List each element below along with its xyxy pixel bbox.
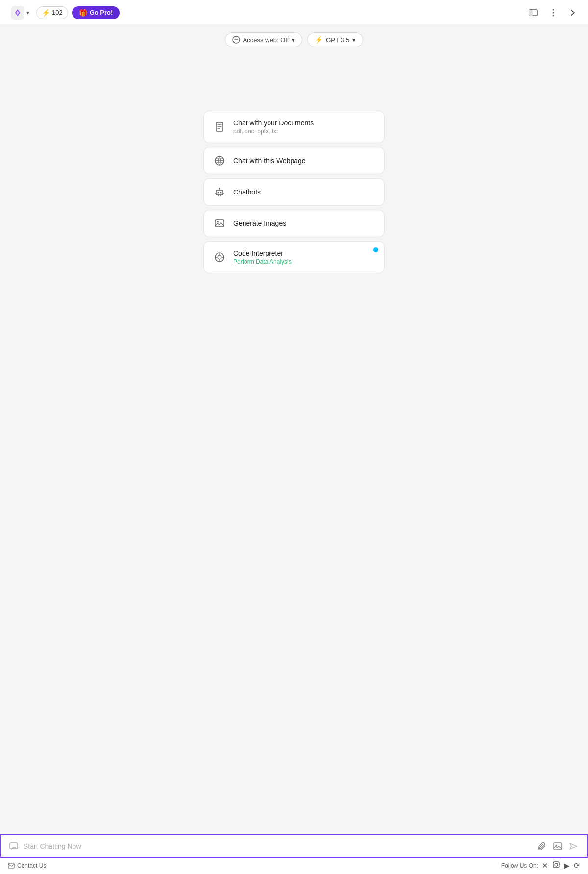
social-icon-3[interactable]: ▶ bbox=[564, 861, 570, 870]
card-title-chat-webpage: Chat with this Webpage bbox=[233, 157, 306, 165]
svg-point-23 bbox=[558, 863, 559, 864]
send-button[interactable] bbox=[567, 840, 579, 852]
chevron-right-icon bbox=[568, 8, 577, 17]
card-title-generate-images: Generate Images bbox=[233, 219, 286, 227]
card-chat-webpage[interactable]: Chat with this Webpage bbox=[203, 147, 385, 174]
footer-social: Follow Us On: ✕ ▶ ⟳ bbox=[501, 861, 580, 870]
card-chatbots[interactable]: Chatbots bbox=[203, 178, 385, 206]
card-chat-documents[interactable]: Chat with your Documents pdf, doc, pptx,… bbox=[203, 111, 385, 143]
contact-us-label: Contact Us bbox=[17, 862, 46, 869]
card-text-chatbots: Chatbots bbox=[233, 188, 261, 196]
image-button[interactable] bbox=[552, 840, 564, 852]
svg-rect-13 bbox=[215, 220, 224, 227]
contact-us-link[interactable]: Contact Us bbox=[8, 862, 46, 869]
bottom-area: Contact Us Follow Us On: ✕ ▶ ⟳ bbox=[0, 834, 588, 874]
svg-point-19 bbox=[556, 845, 557, 846]
top-nav-right bbox=[525, 5, 580, 21]
next-button[interactable] bbox=[565, 5, 580, 20]
card-code-interpreter[interactable]: Code Interpreter Perform Data Analysis bbox=[203, 241, 385, 273]
svg-point-14 bbox=[217, 221, 219, 223]
social-icon-4[interactable]: ⟳ bbox=[574, 861, 580, 870]
card-title-chat-documents: Chat with your Documents bbox=[233, 119, 314, 127]
svg-point-4 bbox=[553, 12, 554, 13]
access-web-chevron: ▾ bbox=[292, 36, 295, 44]
svg-point-12 bbox=[219, 188, 220, 189]
attach-button[interactable] bbox=[536, 840, 548, 852]
gpt-bolt-icon: ⚡ bbox=[315, 36, 323, 44]
social-icon-2[interactable] bbox=[552, 861, 560, 870]
card-text-chat-documents: Chat with your Documents pdf, doc, pptx,… bbox=[233, 119, 314, 135]
credits-button[interactable]: ⚡ 102 bbox=[36, 6, 68, 19]
pro-label: Go Pro! bbox=[90, 9, 113, 16]
document-icon bbox=[213, 121, 226, 132]
image-icon bbox=[553, 841, 563, 851]
go-pro-button[interactable]: 🎁 Go Pro! bbox=[72, 6, 120, 19]
logo-button[interactable]: ▾ bbox=[8, 4, 32, 22]
card-text-generate-images: Generate Images bbox=[233, 219, 286, 227]
more-icon bbox=[549, 8, 558, 17]
send-icon bbox=[568, 841, 578, 851]
cards-container: Chat with your Documents pdf, doc, pptx,… bbox=[203, 111, 385, 273]
top-nav-left: ▾ ⚡ 102 🎁 Go Pro! bbox=[8, 4, 120, 22]
main-content: Chat with your Documents pdf, doc, pptx,… bbox=[0, 52, 588, 874]
code-icon bbox=[213, 252, 226, 263]
expand-button[interactable] bbox=[525, 5, 541, 21]
credits-count: 102 bbox=[52, 9, 63, 16]
gift-icon: 🎁 bbox=[79, 9, 87, 17]
card-text-chat-webpage: Chat with this Webpage bbox=[233, 157, 306, 165]
svg-rect-18 bbox=[554, 843, 562, 850]
expand-icon bbox=[528, 8, 538, 18]
chat-icon bbox=[9, 841, 19, 851]
card-subtitle-chat-documents: pdf, doc, pptx, txt bbox=[233, 128, 314, 135]
chat-input[interactable] bbox=[24, 842, 531, 850]
svg-point-10 bbox=[218, 192, 219, 194]
card-generate-images[interactable]: Generate Images bbox=[203, 210, 385, 237]
access-web-button[interactable]: Access web: Off ▾ bbox=[225, 32, 303, 47]
chat-input-row bbox=[0, 834, 588, 858]
image-icon bbox=[213, 218, 226, 229]
twitter-icon[interactable]: ✕ bbox=[542, 861, 548, 870]
svg-rect-2 bbox=[529, 10, 533, 16]
card-text-code-interpreter: Code Interpreter Perform Data Analysis bbox=[233, 249, 292, 265]
globe-icon bbox=[213, 155, 226, 166]
top-nav: ▾ ⚡ 102 🎁 Go Pro! bbox=[0, 0, 588, 25]
follow-us-label: Follow Us On: bbox=[501, 862, 538, 869]
more-options-button[interactable] bbox=[546, 5, 561, 20]
card-subtitle-code-interpreter: Perform Data Analysis bbox=[233, 258, 292, 265]
toolbar: Access web: Off ▾ ⚡ GPT 3.5 ▾ bbox=[0, 25, 588, 52]
robot-icon bbox=[213, 187, 226, 197]
logo-icon bbox=[11, 6, 24, 20]
svg-point-3 bbox=[553, 9, 554, 10]
svg-point-22 bbox=[555, 863, 558, 866]
gpt-model-label: GPT 3.5 bbox=[326, 36, 349, 44]
gpt-chevron: ▾ bbox=[352, 36, 356, 44]
svg-rect-9 bbox=[216, 190, 223, 195]
card-title-code-interpreter: Code Interpreter bbox=[233, 249, 292, 257]
minus-circle-icon bbox=[232, 36, 240, 44]
attach-icon bbox=[537, 841, 547, 851]
access-web-label: Access web: Off bbox=[243, 36, 289, 44]
footer-row: Contact Us Follow Us On: ✕ ▶ ⟳ bbox=[0, 858, 588, 874]
bolt-icon: ⚡ bbox=[42, 9, 50, 17]
mail-icon bbox=[8, 862, 15, 869]
input-actions bbox=[536, 840, 579, 852]
gpt-model-button[interactable]: ⚡ GPT 3.5 ▾ bbox=[307, 32, 363, 47]
svg-point-5 bbox=[553, 15, 554, 16]
card-title-chatbots: Chatbots bbox=[233, 188, 261, 196]
new-dot bbox=[373, 247, 378, 252]
svg-rect-20 bbox=[8, 863, 14, 868]
logo-chevron: ▾ bbox=[26, 9, 29, 16]
svg-rect-21 bbox=[553, 862, 559, 868]
svg-point-16 bbox=[218, 255, 221, 259]
svg-point-11 bbox=[220, 192, 222, 194]
